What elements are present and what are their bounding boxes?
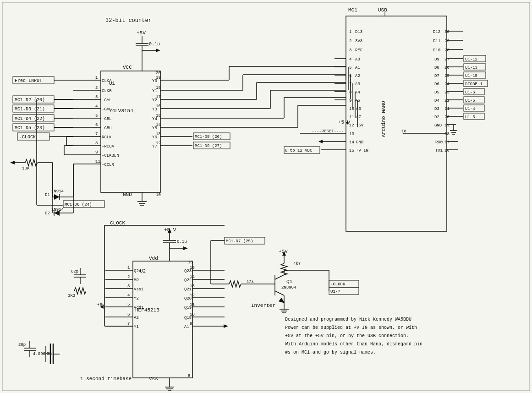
svg-text:2: 2	[95, 86, 98, 90]
desc-line2: Power can be supplied at +V IN as shown,…	[285, 325, 417, 330]
svg-text:13: 13	[190, 284, 195, 289]
svg-text:12: 12	[190, 293, 195, 298]
svg-text:Vss: Vss	[149, 376, 158, 382]
svg-text:REF: REF	[355, 48, 362, 53]
svg-text:0.1u: 0.1u	[177, 240, 187, 244]
svg-text:Vdd1: Vdd1	[134, 306, 144, 310]
u1-vcc: VCC	[123, 65, 132, 70]
svg-text:1N914: 1N914	[51, 189, 64, 194]
svg-text:18: 18	[156, 86, 161, 90]
svg-text:5: 5	[349, 66, 351, 70]
svg-text:19: 19	[444, 123, 450, 128]
svg-text:-CLOCK: -CLOCK	[19, 135, 36, 140]
svg-text:10: 10	[190, 312, 195, 317]
svg-text:Vdd: Vdd	[149, 256, 158, 261]
svg-text:MR: MR	[134, 278, 139, 283]
svg-text:+5V: +5V	[356, 123, 364, 128]
svg-text:8: 8	[188, 374, 190, 378]
svg-text:9: 9	[190, 322, 192, 326]
svg-text:4k7: 4k7	[293, 262, 301, 266]
svg-text:6: 6	[127, 312, 130, 317]
clock-label: CLOCK	[110, 220, 125, 226]
svg-text:15: 15	[190, 266, 195, 270]
svg-text:A2: A2	[134, 316, 139, 320]
svg-text:15: 15	[156, 114, 161, 118]
svg-text:4: 4	[95, 104, 98, 109]
svg-text:U1-15: U1-15	[465, 74, 477, 78]
svg-text:20p: 20p	[18, 343, 26, 347]
svg-text:14: 14	[349, 140, 354, 145]
q1-label: Q1	[286, 279, 293, 284]
svg-text:+5 V: +5 V	[338, 120, 351, 125]
desc-line4: With Arduino models other than Nano, dis…	[285, 342, 422, 347]
svg-text:MC1-D5 (23): MC1-D5 (23)	[15, 126, 45, 131]
svg-text:D12: D12	[433, 30, 440, 34]
svg-text:CLKA: CLKA	[102, 79, 112, 83]
svg-rect-256	[133, 261, 192, 378]
svg-text:RCLK: RCLK	[102, 135, 112, 140]
svg-text:MC1-D8 (26): MC1-D8 (26)	[195, 135, 222, 139]
svg-text:8: 8	[95, 141, 98, 146]
svg-text:16: 16	[444, 148, 450, 153]
svg-text:9: 9	[349, 98, 351, 103]
svg-text:MC1-D7 (25): MC1-D7 (25)	[226, 239, 253, 244]
svg-text:A0: A0	[355, 57, 360, 62]
svg-text:MC1-D2 (20): MC1-D2 (20)	[15, 98, 45, 103]
svg-text:4.096MHz: 4.096MHz	[33, 352, 53, 356]
svg-text:19: 19	[156, 76, 161, 80]
svg-text:U1-6: U1-6	[465, 90, 475, 95]
mc1-part: Arduino NANO	[381, 101, 386, 137]
section-title-counter: 32-bit counter	[105, 17, 152, 24]
svg-text:Vss1: Vss1	[134, 287, 144, 292]
svg-text:22: 22	[444, 98, 450, 103]
svg-text:16: 16	[188, 260, 193, 265]
u1-part: 74LV8154	[109, 108, 133, 114]
svg-text:29: 29	[444, 39, 450, 44]
svg-text:3: 3	[95, 95, 98, 99]
svg-text:11: 11	[190, 302, 195, 307]
svg-text:4: 4	[349, 57, 351, 62]
desc-line3: +5V at the +5V pin, or by the USB connec…	[285, 333, 409, 338]
svg-text:28: 28	[444, 48, 450, 53]
svg-text:-CCLR: -CCLR	[102, 163, 115, 167]
vcc-label-u1: +5V	[137, 30, 146, 36]
svg-text:3: 3	[349, 48, 351, 53]
svg-text:3: 3	[127, 284, 130, 289]
svg-text:D11: D11	[433, 39, 440, 44]
svg-text:1: 1	[349, 30, 351, 34]
svg-text:24: 24	[444, 82, 450, 87]
svg-text:14: 14	[190, 275, 195, 279]
svg-text:10: 10	[156, 193, 161, 197]
svg-text:D3: D3	[434, 107, 439, 111]
svg-text:1: 1	[127, 266, 130, 270]
desc-line1: Designed and programmed by Nick Kennedy …	[285, 317, 411, 322]
svg-text:-GBL: -GBL	[102, 117, 112, 121]
svg-text:U1-3: U1-3	[465, 115, 475, 120]
svg-text:26: 26	[444, 66, 450, 70]
svg-text:10: 10	[349, 107, 354, 111]
svg-text:4: 4	[127, 293, 130, 298]
svg-text:14: 14	[156, 123, 161, 127]
svg-text:3V3: 3V3	[355, 39, 362, 44]
svg-text:U1-13: U1-13	[465, 66, 477, 70]
svg-text:DIODE 1: DIODE 1	[465, 82, 483, 87]
desc-line5: #s on MC1 and go by signal names.	[285, 350, 376, 355]
svg-text:-RCOA: -RCOA	[102, 144, 115, 149]
svg-text:3K3: 3K3	[68, 294, 75, 298]
svg-text:MC1-D3 (21): MC1-D3 (21)	[15, 107, 45, 112]
svg-text:A7: A7	[356, 115, 361, 120]
svg-text:-GAU: -GAU	[102, 107, 112, 112]
svg-text:11: 11	[95, 159, 100, 164]
svg-text:----RESET----: ----RESET----	[312, 129, 344, 134]
svg-text:18: 18	[401, 129, 406, 134]
schematic-diagram: 32-bit counter +5V 0.1u U1 74LV8154 VCC …	[0, 0, 532, 393]
svg-text:D7: D7	[434, 74, 439, 78]
svg-text:A1: A1	[355, 66, 360, 70]
svg-text:1: 1	[95, 76, 98, 80]
svg-text:17: 17	[444, 140, 450, 145]
svg-text:CLKB: CLKB	[102, 89, 112, 93]
svg-text:Q24: Q24	[134, 269, 141, 273]
svg-text:D4: D4	[434, 98, 439, 103]
svg-text:7: 7	[127, 322, 130, 326]
svg-text:18: 18	[444, 132, 450, 136]
